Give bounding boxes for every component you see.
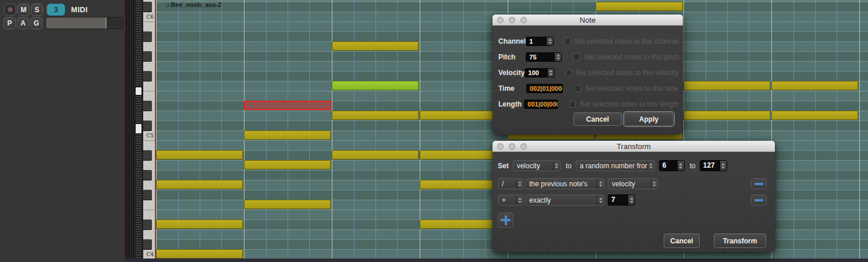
channel-input[interactable]: 1	[526, 37, 554, 46]
stepper-arrows-icon[interactable]	[547, 69, 554, 77]
midi-note[interactable]	[420, 180, 493, 189]
param-a-button[interactable]: A	[17, 17, 29, 29]
volume-fader-fill	[46, 17, 107, 29]
black-key[interactable]	[143, 71, 152, 81]
apply-to-selection-checkbox[interactable]	[566, 69, 572, 76]
black-key[interactable]	[143, 239, 152, 249]
black-key[interactable]	[143, 101, 152, 111]
midi-note[interactable]	[771, 81, 858, 90]
midi-note[interactable]	[596, 2, 683, 11]
apply-to-selection-checkbox[interactable]	[569, 101, 576, 108]
mini-key	[136, 68, 141, 69]
midi-note[interactable]	[683, 81, 770, 90]
stepper-arrows-icon[interactable]	[677, 161, 684, 171]
close-button[interactable]	[497, 143, 504, 150]
transform-dialog: Transform Set velocity to a random numbe…	[493, 141, 775, 252]
midi-note[interactable]	[420, 111, 493, 120]
mini-key	[136, 59, 141, 60]
midi-note[interactable]	[420, 219, 493, 229]
midi-note[interactable]	[244, 130, 331, 140]
volume-fader[interactable]	[45, 17, 123, 29]
midi-note[interactable]	[332, 41, 419, 51]
midi-note[interactable]	[156, 249, 243, 259]
from-value-input[interactable]: 6	[659, 160, 685, 171]
source-dropdown[interactable]: the previous note's	[525, 178, 604, 189]
add-rule-button[interactable]	[498, 213, 513, 228]
apply-button[interactable]: Apply	[624, 112, 674, 126]
remove-rule-button[interactable]	[751, 178, 767, 189]
stepper-arrows-icon[interactable]	[720, 161, 727, 171]
track-number-badge[interactable]: 3	[47, 3, 65, 16]
midi-note[interactable]	[332, 150, 419, 160]
midi-note[interactable]	[156, 219, 243, 229]
zoom-button[interactable]	[520, 17, 527, 23]
stepper-arrows-icon[interactable]	[554, 53, 561, 61]
piano-keyboard[interactable]: C6C5C4	[143, 0, 155, 259]
minimize-button[interactable]	[509, 143, 515, 150]
param-g-button[interactable]: G	[30, 17, 42, 29]
stepper-arrows-icon[interactable]	[628, 195, 635, 205]
black-key[interactable]	[143, 51, 152, 61]
property-dropdown[interactable]: velocity	[513, 160, 561, 171]
black-key[interactable]	[143, 31, 152, 41]
midi-note-selected[interactable]	[244, 101, 332, 110]
midi-note[interactable]	[771, 111, 858, 120]
midi-note[interactable]	[420, 150, 493, 160]
transform-dialog-titlebar[interactable]: Transform	[493, 141, 775, 152]
midi-note[interactable]	[156, 150, 243, 160]
music-note-icon: ♫	[165, 1, 170, 8]
velocity-input[interactable]: 100	[525, 68, 554, 77]
mini-key	[136, 22, 141, 23]
minimize-button[interactable]	[509, 17, 515, 23]
bottom-scrollbar-track[interactable]	[125, 259, 868, 262]
midi-note[interactable]	[332, 111, 419, 120]
apply-to-selection-checkbox[interactable]	[574, 85, 581, 92]
black-key[interactable]	[143, 190, 152, 200]
black-key[interactable]	[143, 170, 152, 180]
midi-note[interactable]	[156, 180, 243, 189]
cancel-button[interactable]: Cancel	[573, 112, 622, 126]
apply-to-selection-checkbox[interactable]	[573, 54, 580, 61]
stepper-arrows-icon[interactable]	[546, 37, 553, 45]
mute-button[interactable]: M	[17, 3, 30, 16]
mini-key	[136, 201, 141, 202]
field-value: 001|00|0000	[525, 100, 558, 108]
length-input[interactable]: 001|00|0000	[524, 100, 558, 109]
mode-value: a random number from	[576, 161, 647, 171]
remove-rule-button[interactable]	[751, 194, 767, 206]
record-arm-button[interactable]	[3, 3, 16, 16]
source-dropdown[interactable]: exactly	[525, 194, 604, 206]
field-value: 002|01|0000	[527, 84, 563, 93]
close-button[interactable]	[497, 17, 504, 23]
pitch-input[interactable]: 75	[526, 52, 562, 62]
black-key[interactable]	[143, 121, 152, 130]
transform-button[interactable]: Transform	[714, 233, 766, 248]
midi-note[interactable]	[244, 200, 331, 209]
black-key[interactable]	[143, 150, 152, 160]
mini-key	[136, 63, 141, 65]
zoom-button[interactable]	[520, 143, 527, 150]
field-value: 1	[526, 37, 546, 45]
midi-note[interactable]	[332, 81, 419, 90]
operand-value-input[interactable]: 7	[608, 194, 635, 206]
mode-dropdown[interactable]: a random number from	[576, 160, 655, 171]
note-dialog-titlebar[interactable]: Note	[493, 15, 683, 26]
operand-dropdown[interactable]: velocity	[608, 178, 658, 189]
clip-name-label[interactable]: ♫Bee_noob_ass-2	[165, 1, 222, 8]
time-input[interactable]: 002|01|0000	[526, 84, 563, 93]
to-value-input[interactable]: 127	[700, 160, 727, 171]
black-key[interactable]	[143, 219, 152, 229]
cancel-button[interactable]: Cancel	[664, 233, 700, 248]
operator-dropdown[interactable]: /	[498, 178, 523, 189]
keyboard-overview-strip[interactable]	[134, 0, 143, 259]
midi-note[interactable]	[244, 160, 331, 169]
mini-key	[136, 231, 141, 232]
black-key[interactable]	[143, 2, 152, 12]
mini-key	[136, 245, 141, 246]
apply-to-selection-checkbox[interactable]	[565, 38, 571, 45]
param-p-button[interactable]: P	[3, 17, 16, 29]
midi-note[interactable]	[683, 111, 770, 120]
operator-dropdown[interactable]: +	[498, 194, 523, 206]
mini-key	[136, 117, 141, 118]
solo-button[interactable]: S	[31, 3, 43, 16]
